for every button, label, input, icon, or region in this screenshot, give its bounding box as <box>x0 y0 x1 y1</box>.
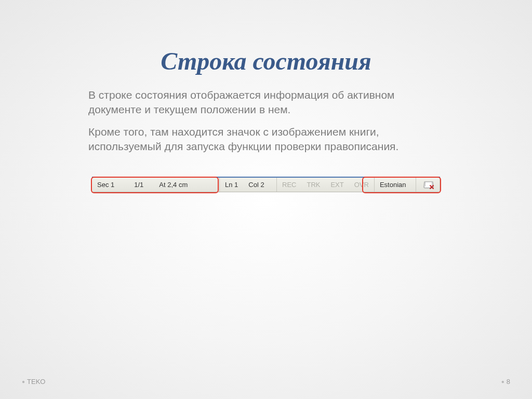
status-trk: TRK <box>301 178 325 192</box>
status-at: At 2,4 cm <box>154 178 193 192</box>
slide-footer: ● TEKO ● 8 <box>0 378 532 385</box>
status-col: Col 2 <box>243 178 269 192</box>
status-ovr: OVR <box>349 178 374 192</box>
footer-page-number: 8 <box>507 378 510 385</box>
bullet-icon: ● <box>22 379 25 384</box>
word-statusbar: Sec 1 1/1 At 2,4 cm Ln 1 Col 2 REC TRK E… <box>92 177 440 192</box>
status-language: Estonian <box>375 178 411 192</box>
bullet-icon: ● <box>501 379 504 384</box>
status-page: 1/1 <box>129 178 149 192</box>
slide-title: Строка состояния <box>88 47 444 75</box>
status-rec: REC <box>277 178 301 192</box>
slide-body: В строке состояния отображается информац… <box>88 88 444 154</box>
status-line: Ln 1 <box>220 178 243 192</box>
book-icon <box>424 181 432 188</box>
status-ext: EXT <box>325 178 349 192</box>
footer-left-text: TEKO <box>27 378 45 385</box>
paragraph-1: В строке состояния отображается информац… <box>88 88 444 117</box>
statusbar-illustration: Sec 1 1/1 At 2,4 cm Ln 1 Col 2 REC TRK E… <box>88 177 444 192</box>
error-x-icon <box>429 184 434 190</box>
spellcheck-button[interactable] <box>420 178 436 192</box>
status-section: Sec 1 <box>92 178 119 192</box>
paragraph-2: Кроме того, там находится значок с изобр… <box>88 125 444 154</box>
